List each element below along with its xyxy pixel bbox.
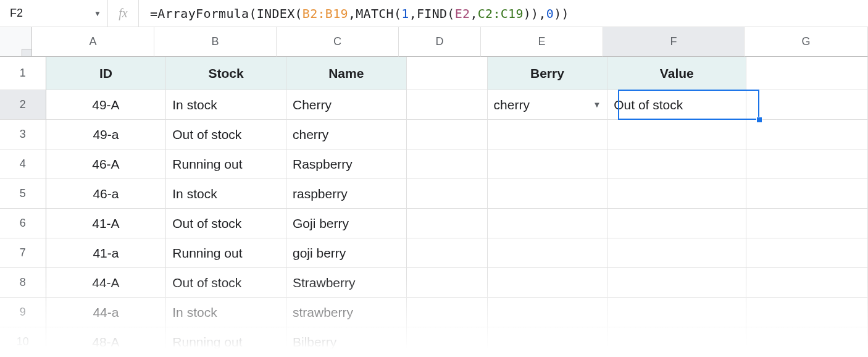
cell-F9[interactable] — [607, 298, 746, 327]
cell-A3[interactable]: 49-a — [46, 120, 167, 149]
cell-G6[interactable] — [746, 209, 868, 238]
name-box-value: F2 — [10, 7, 94, 20]
col-header-G[interactable]: G — [745, 27, 868, 57]
col-header-B[interactable]: B — [154, 27, 277, 57]
cell-E3[interactable] — [488, 120, 608, 149]
cell-C1[interactable]: Name — [286, 57, 407, 90]
cell-C8[interactable]: Strawberry — [286, 268, 407, 298]
cell-G3[interactable] — [746, 120, 868, 149]
cell-B6[interactable]: Out of stock — [166, 209, 286, 238]
col-header-E[interactable]: E — [481, 27, 603, 57]
row-header-4[interactable]: 4 — [0, 149, 46, 179]
formula-bar: F2 ▼ fx =ArrayFormula(INDEX(B2:B19,MATCH… — [0, 0, 868, 27]
cell-A5[interactable]: 46-a — [46, 179, 167, 209]
col-header-D[interactable]: D — [399, 27, 481, 57]
cell-D2[interactable] — [407, 90, 488, 120]
cell-B2[interactable]: In stock — [166, 90, 286, 120]
grid: 1 ID Stock Name Berry Value 2 49-A In st… — [0, 57, 868, 357]
cell-E1[interactable]: Berry — [488, 57, 608, 90]
cell-E10[interactable] — [488, 327, 608, 357]
fx-icon[interactable]: fx — [108, 0, 139, 27]
row-8: 8 44-A Out of stock Strawberry — [0, 268, 868, 298]
cell-F10[interactable] — [607, 327, 746, 357]
cell-G9[interactable] — [746, 298, 868, 327]
col-header-C[interactable]: C — [277, 27, 399, 57]
cell-C2[interactable]: Cherry — [286, 90, 407, 120]
cell-E8[interactable] — [488, 268, 608, 298]
cell-B3[interactable]: Out of stock — [166, 120, 286, 149]
cell-G1[interactable] — [746, 57, 868, 90]
column-headers-row: A B C D E F G — [0, 27, 868, 57]
cell-D9[interactable] — [407, 298, 488, 327]
cell-A8[interactable]: 44-A — [46, 268, 167, 298]
cell-A9[interactable]: 44-a — [46, 298, 167, 327]
cell-B1[interactable]: Stock — [166, 57, 286, 90]
row-header-5[interactable]: 5 — [0, 179, 46, 209]
cell-D6[interactable] — [407, 209, 488, 238]
cell-A6[interactable]: 41-A — [46, 209, 167, 238]
cell-C3[interactable]: cherry — [286, 120, 407, 149]
cell-C4[interactable]: Raspberry — [286, 149, 407, 179]
row-header-10[interactable]: 10 — [0, 327, 46, 357]
cell-C5[interactable]: raspberry — [286, 179, 407, 209]
caret-down-icon: ▼ — [94, 9, 101, 18]
cell-B9[interactable]: In stock — [166, 298, 286, 327]
cell-F8[interactable] — [607, 268, 746, 298]
cell-B4[interactable]: Running out — [166, 149, 286, 179]
cell-D4[interactable] — [407, 149, 488, 179]
cell-F2[interactable]: Out of stock — [607, 90, 746, 120]
row-header-6[interactable]: 6 — [0, 209, 46, 238]
cell-E2-dropdown[interactable]: cherry ▼ — [488, 90, 608, 120]
cell-G7[interactable] — [746, 238, 868, 268]
cell-F3[interactable] — [607, 120, 746, 149]
cell-A10[interactable]: 48-A — [46, 327, 167, 357]
row-9: 9 44-a In stock strawberry — [0, 298, 868, 327]
cell-F7[interactable] — [607, 238, 746, 268]
cell-E6[interactable] — [488, 209, 608, 238]
cell-C9[interactable]: strawberry — [286, 298, 407, 327]
cell-B8[interactable]: Out of stock — [166, 268, 286, 298]
col-header-A[interactable]: A — [32, 27, 154, 57]
cell-C7[interactable]: goji berry — [286, 238, 407, 268]
select-all-corner[interactable] — [0, 27, 32, 57]
row-header-7[interactable]: 7 — [0, 238, 46, 268]
row-header-2[interactable]: 2 — [0, 90, 46, 120]
cell-D3[interactable] — [407, 120, 488, 149]
cell-A1[interactable]: ID — [46, 57, 167, 90]
cell-E9[interactable] — [488, 298, 608, 327]
row-5: 5 46-a In stock raspberry — [0, 179, 868, 209]
cell-A4[interactable]: 46-A — [46, 149, 167, 179]
cell-D10[interactable] — [407, 327, 488, 357]
name-box[interactable]: F2 ▼ — [0, 0, 108, 27]
cell-B7[interactable]: Running out — [166, 238, 286, 268]
cell-A7[interactable]: 41-a — [46, 238, 167, 268]
formula-input[interactable]: =ArrayFormula(INDEX(B2:B19,MATCH(1,FIND(… — [139, 0, 868, 27]
cell-D8[interactable] — [407, 268, 488, 298]
col-header-F[interactable]: F — [603, 27, 745, 57]
cell-F4[interactable] — [607, 149, 746, 179]
row-header-9[interactable]: 9 — [0, 298, 46, 327]
row-header-3[interactable]: 3 — [0, 120, 46, 149]
row-header-1[interactable]: 1 — [0, 57, 46, 90]
cell-E4[interactable] — [488, 149, 608, 179]
cell-G2[interactable] — [746, 90, 868, 120]
dropdown-caret-icon: ▼ — [593, 100, 601, 109]
row-header-8[interactable]: 8 — [0, 268, 46, 298]
cell-G4[interactable] — [746, 149, 868, 179]
cell-D7[interactable] — [407, 238, 488, 268]
cell-D1[interactable] — [407, 57, 488, 90]
cell-F5[interactable] — [607, 179, 746, 209]
cell-B10[interactable]: Running out — [166, 327, 286, 357]
cell-C6[interactable]: Goji berry — [286, 209, 407, 238]
cell-F6[interactable] — [607, 209, 746, 238]
cell-F1[interactable]: Value — [607, 57, 746, 90]
cell-G10[interactable] — [746, 327, 868, 357]
cell-E7[interactable] — [488, 238, 608, 268]
cell-B5[interactable]: In stock — [166, 179, 286, 209]
cell-G8[interactable] — [746, 268, 868, 298]
cell-A2[interactable]: 49-A — [46, 90, 167, 120]
cell-C10[interactable]: Bilberry — [286, 327, 407, 357]
cell-E5[interactable] — [488, 179, 608, 209]
cell-D5[interactable] — [407, 179, 488, 209]
cell-G5[interactable] — [746, 179, 868, 209]
